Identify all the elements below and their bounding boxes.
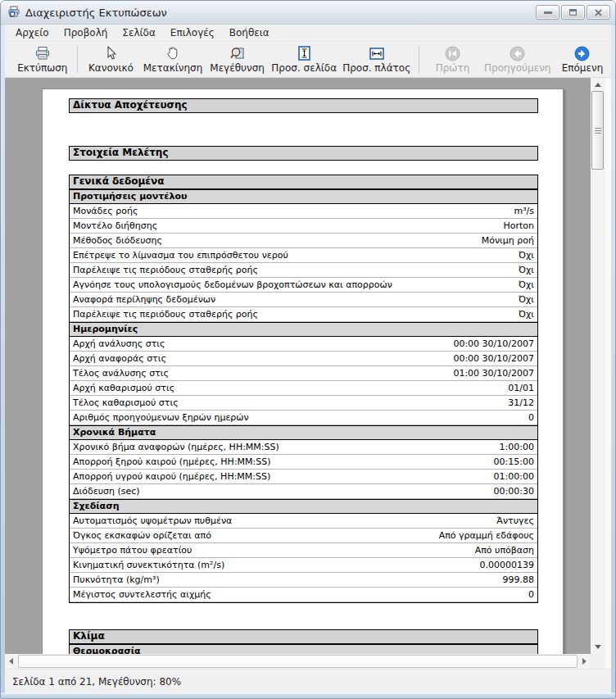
row-label: Χρονικό βήμα αναφορών (ημέρες, HH:MM:SS) bbox=[73, 442, 279, 452]
table-row: Μονάδες ροήςm³/s bbox=[70, 204, 537, 219]
row-label: Κινηματική συνεκτικότητα (m²/s) bbox=[73, 560, 224, 570]
app-icon bbox=[7, 6, 20, 19]
toolbar-pan-button[interactable]: Μετακίνηση bbox=[139, 42, 206, 77]
section-header: Χρονικά Βήματα bbox=[70, 425, 537, 440]
table-row: Αγνόησε τους υπολογισμούς δεδομένων βροχ… bbox=[70, 278, 537, 293]
toolbar-first-button[interactable]: Πρώτη bbox=[424, 42, 481, 77]
toolbar-first-label: Πρώτη bbox=[436, 62, 470, 74]
close-icon bbox=[595, 9, 602, 16]
page-viewport[interactable]: Δίκτυα ΑποχέτευσηςΣτοιχεία ΜελέτηςΓενικά… bbox=[5, 78, 591, 654]
window-title: Διαχειριστής Εκτυπώσεων bbox=[25, 7, 534, 19]
report-table: Προτιμήσεις μοντέλουΜονάδες ροήςm³/sΜοντ… bbox=[69, 189, 538, 603]
menu-help[interactable]: Βοήθεια bbox=[222, 25, 277, 40]
row-value: Όχι bbox=[519, 279, 534, 290]
table-row: Επέτρεψε το λίμνασμα του επιπρόσθετου νε… bbox=[70, 248, 537, 263]
toolbar-print-label: Εκτύπωση bbox=[17, 62, 67, 74]
row-value: Μόνιμη ροή bbox=[482, 235, 534, 246]
table-row: Μέγιστος συντελεστής αιχμής0 bbox=[70, 588, 537, 602]
window-frame-right bbox=[611, 1, 615, 698]
row-value: Από γραμμή εδάφους bbox=[439, 530, 534, 541]
report-table: Θερμοκρασία bbox=[69, 644, 538, 654]
section-header: Προτιμήσεις μοντέλου bbox=[70, 189, 537, 204]
menu-bar: ΑρχείοΠροβολήΣελίδαΕπιλογέςΒοήθεια bbox=[5, 25, 611, 41]
table-row: Διόδευση (sec)00:00:30 bbox=[70, 484, 537, 499]
maximize-button[interactable] bbox=[561, 5, 585, 20]
scroll-up-icon[interactable] bbox=[595, 83, 601, 87]
scrollbar-corner bbox=[591, 654, 605, 669]
first-page-icon bbox=[445, 45, 460, 61]
section-header: Θερμοκρασία bbox=[70, 644, 537, 654]
row-label: Αρχή καθαρισμού στις bbox=[73, 383, 174, 393]
row-label: Τέλος καθαρισμού στις bbox=[73, 397, 179, 408]
scroll-right-icon[interactable] bbox=[582, 658, 587, 665]
horizontal-scrollbar[interactable] bbox=[5, 654, 591, 669]
report-banner: Στοιχεία Μελέτης bbox=[69, 146, 538, 161]
vertical-scroll-thumb[interactable] bbox=[591, 91, 604, 170]
row-label: Διόδευση (sec) bbox=[73, 486, 140, 497]
menu-options[interactable]: Επιλογές bbox=[163, 25, 222, 40]
toolbar-zoom-button[interactable]: Μεγέθυνση bbox=[206, 42, 269, 77]
minimize-button[interactable] bbox=[536, 5, 559, 20]
toolbar-next-button[interactable]: Επόμενη bbox=[554, 42, 611, 77]
table-row: Αρχή καθαρισμού στις01/01 bbox=[70, 381, 537, 396]
horizontal-scroll-thumb[interactable] bbox=[18, 655, 578, 668]
previous-page-icon bbox=[510, 45, 525, 61]
row-label: Μονάδες ροής bbox=[73, 206, 138, 216]
toolbar-next-label: Επόμενη bbox=[562, 62, 604, 74]
fit-width-icon bbox=[369, 45, 384, 61]
row-value: Όχι bbox=[519, 265, 534, 275]
fit-page-icon bbox=[298, 45, 310, 61]
toolbar-pan-label: Μετακίνηση bbox=[143, 62, 203, 74]
row-value: 00:00 30/10/2007 bbox=[453, 338, 534, 349]
print-manager-window: Διαχειριστής Εκτυπώσεων ΑρχείοΠροβολήΣελ… bbox=[0, 0, 616, 699]
row-value: 00:15:00 bbox=[494, 456, 534, 467]
toolbar-fit-page-button[interactable]: Προσ. σελίδα bbox=[269, 42, 340, 77]
row-label: Απορροή ξηρού καιρού (ημέρες, HH:MM:SS) bbox=[73, 456, 271, 467]
close-button[interactable] bbox=[587, 5, 610, 20]
report-banner: Κλίμα bbox=[69, 629, 538, 644]
report-page: Δίκτυα ΑποχέτευσηςΣτοιχεία ΜελέτηςΓενικά… bbox=[42, 89, 564, 654]
row-label: Αρχή ανάλυσης στις bbox=[73, 338, 165, 349]
section-header: Ημερομηνίες bbox=[70, 322, 537, 337]
report-banner: Δίκτυα Αποχέτευσης bbox=[69, 98, 538, 113]
row-value: Όχι bbox=[519, 250, 534, 261]
scroll-down-icon[interactable] bbox=[595, 645, 601, 649]
table-row: Όγκος εκσκαφών ορίζεται απόΑπό γραμμή εδ… bbox=[70, 529, 537, 543]
scroll-left-icon[interactable] bbox=[9, 658, 13, 665]
row-value: Όχι bbox=[519, 294, 534, 305]
table-row: Αρχή αναφοράς στις00:00 30/10/2007 bbox=[70, 352, 537, 366]
toolbar-previous-button[interactable]: Προηγούμενη bbox=[481, 42, 554, 77]
menu-file[interactable]: Αρχείο bbox=[8, 25, 57, 40]
row-label: Υψόμετρο πάτου φρεατίου bbox=[73, 545, 192, 556]
row-label: Αριθμός προηγούμενων ξηρών ημερών bbox=[73, 412, 249, 423]
table-row: Παρέλειψε τις περιόδους σταθερής ροήςΌχι bbox=[70, 263, 537, 278]
table-row: Πυκνότητα (kg/m³)999.88 bbox=[70, 573, 537, 588]
toolbar-print-button[interactable]: Εκτύπωση bbox=[13, 42, 72, 77]
row-value: 01/01 bbox=[508, 383, 534, 393]
table-row: Τέλος ανάλυσης στις01:00 30/10/2007 bbox=[70, 366, 537, 381]
toolbar-fit-width-label: Προσ. πλάτος bbox=[342, 62, 410, 74]
vertical-scrollbar[interactable] bbox=[591, 78, 605, 654]
cursor-icon bbox=[104, 45, 117, 61]
toolbar-normal-button[interactable]: Κανονικό bbox=[82, 42, 139, 77]
print-preview-area: Δίκτυα ΑποχέτευσηςΣτοιχεία ΜελέτηςΓενικά… bbox=[5, 78, 611, 669]
row-label: Απορροή υγρού καιρού (ημέρες, HH:MM:SS) bbox=[73, 471, 270, 482]
toolbar-zoom-label: Μεγέθυνση bbox=[210, 62, 265, 74]
toolbar-separator bbox=[77, 46, 78, 73]
table-row: Αριθμός προηγούμενων ξηρών ημερών0 bbox=[70, 411, 537, 425]
page-status-text: Σελίδα 1 από 21, Μεγέθυνση: 80% bbox=[12, 676, 181, 688]
menu-view[interactable]: Προβολή bbox=[57, 25, 116, 40]
title-bar[interactable]: Διαχειριστής Εκτυπώσεων bbox=[1, 1, 616, 25]
row-label: Αναφορά περίληψης δεδομένων bbox=[73, 294, 215, 305]
row-label: Πυκνότητα (kg/m³) bbox=[73, 574, 160, 585]
toolbar-previous-label: Προηγούμενη bbox=[484, 62, 550, 74]
menu-page[interactable]: Σελίδα bbox=[115, 25, 162, 40]
row-label: Μέγιστος συντελεστής αιχμής bbox=[73, 589, 211, 600]
table-row: Αρχή ανάλυσης στις00:00 30/10/2007 bbox=[70, 337, 537, 352]
row-label: Όγκος εκσκαφών ορίζεται από bbox=[73, 530, 211, 541]
row-value: Άντυγες bbox=[496, 515, 534, 526]
magnifier-icon bbox=[229, 45, 246, 61]
toolbar-fit-width-button[interactable]: Προσ. πλάτος bbox=[340, 42, 414, 77]
row-label: Παρέλειψε τις περιόδους σταθερής ροής bbox=[73, 309, 258, 320]
row-value: Όχι bbox=[519, 309, 534, 320]
